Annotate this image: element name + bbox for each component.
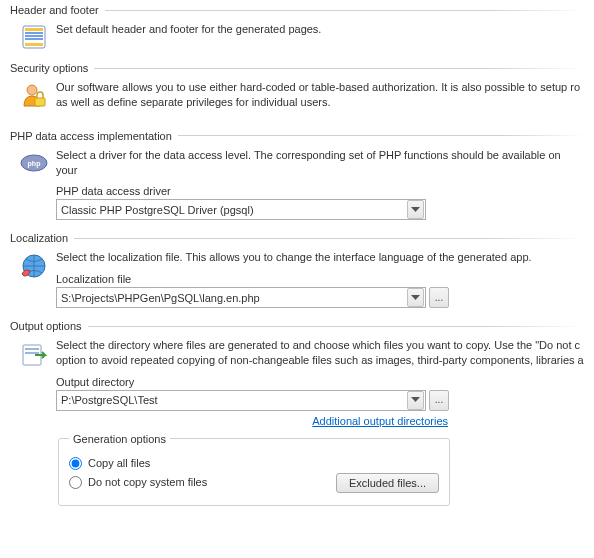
php-desc: Select a driver for the data access leve… <box>56 148 584 178</box>
section-content: Select a driver for the data access leve… <box>50 148 584 221</box>
localization-file-label: Localization file <box>56 273 584 285</box>
section-content: Select the directory where files are gen… <box>50 338 584 506</box>
section-header: Localization <box>10 228 584 246</box>
security-section: Security options Our software allows you… <box>0 58 594 126</box>
output-desc: Select the directory where files are gen… <box>56 338 584 368</box>
section-body: Our software allows you to use either ha… <box>10 76 584 118</box>
output-dir-value: P:\PostgreSQL\Test <box>57 394 407 406</box>
section-rule <box>88 326 584 327</box>
chevron-down-icon[interactable] <box>407 200 424 219</box>
radio-copy-all-label: Copy all files <box>88 457 150 469</box>
localization-file-value: S:\Projects\PHPGen\PgSQL\lang.en.php <box>57 292 407 304</box>
section-rule <box>178 135 584 136</box>
radio-copy-all[interactable]: Copy all files <box>69 457 207 470</box>
php-driver-combo[interactable]: Classic PHP PostgreSQL Driver (pgsql) <box>56 199 426 220</box>
svg-rect-5 <box>25 43 43 46</box>
svg-rect-12 <box>25 348 39 350</box>
section-title: Localization <box>10 232 68 244</box>
radio-no-system-label: Do not copy system files <box>88 476 207 488</box>
additional-dirs-row: Additional output directories <box>56 415 448 427</box>
section-title: Header and footer <box>10 4 99 16</box>
section-title: Security options <box>10 62 88 74</box>
php-driver-label: PHP data access driver <box>56 185 584 197</box>
section-body: Select the directory where files are gen… <box>10 334 584 506</box>
browse-button[interactable]: ... <box>429 287 449 308</box>
section-body: php Select a driver for the data access … <box>10 144 584 221</box>
php-section: PHP data access implementation php Selec… <box>0 126 594 229</box>
generation-options-title: Generation options <box>69 433 170 445</box>
localization-icon <box>18 250 50 280</box>
generation-options-group: Generation options Copy all files Do not… <box>58 433 450 506</box>
svg-rect-7 <box>35 98 45 106</box>
radio-no-system-input[interactable] <box>69 476 82 489</box>
excluded-files-button[interactable]: Excluded files... <box>336 473 439 493</box>
section-rule <box>105 10 584 11</box>
section-rule <box>94 68 584 69</box>
additional-dirs-link[interactable]: Additional output directories <box>312 415 448 427</box>
section-content: Our software allows you to use either ha… <box>50 80 584 118</box>
svg-rect-4 <box>25 38 43 40</box>
generation-radios: Copy all files Do not copy system files <box>69 451 207 495</box>
php-driver-value: Classic PHP PostgreSQL Driver (pgsql) <box>57 204 407 216</box>
section-header: Output options <box>10 316 584 334</box>
output-section: Output options Select the directory wher… <box>0 316 594 514</box>
svg-rect-2 <box>25 32 43 34</box>
section-title: Output options <box>10 320 82 332</box>
security-icon <box>18 80 50 110</box>
localization-section: Localization Select the localization fil… <box>0 228 594 316</box>
output-icon <box>18 338 50 368</box>
section-content: Set default header and footer for the ge… <box>50 22 584 45</box>
security-desc: Our software allows you to use either ha… <box>56 80 584 110</box>
section-body: Select the localization file. This allow… <box>10 246 584 308</box>
header-footer-desc: Set default header and footer for the ge… <box>56 22 584 37</box>
radio-no-system[interactable]: Do not copy system files <box>69 476 207 489</box>
svg-rect-1 <box>25 28 43 31</box>
section-body: Set default header and footer for the ge… <box>10 18 584 50</box>
php-icon: php <box>18 148 50 176</box>
localization-file-combo[interactable]: S:\Projects\PHPGen\PgSQL\lang.en.php <box>56 287 426 308</box>
output-dir-label: Output directory <box>56 376 584 388</box>
section-content: Select the localization file. This allow… <box>50 250 584 308</box>
section-header: Header and footer <box>10 0 584 18</box>
svg-text:php: php <box>28 160 41 168</box>
browse-button[interactable]: ... <box>429 390 449 411</box>
header-footer-section: Header and footer Set default header and… <box>0 0 594 58</box>
chevron-down-icon[interactable] <box>407 288 424 307</box>
svg-rect-13 <box>25 352 39 354</box>
localization-desc: Select the localization file. This allow… <box>56 250 584 265</box>
svg-point-6 <box>27 85 37 95</box>
svg-rect-3 <box>25 35 43 37</box>
radio-copy-all-input[interactable] <box>69 457 82 470</box>
section-header: Security options <box>10 58 584 76</box>
section-header: PHP data access implementation <box>10 126 584 144</box>
section-rule <box>74 238 584 239</box>
section-title: PHP data access implementation <box>10 130 172 142</box>
output-dir-combo[interactable]: P:\PostgreSQL\Test <box>56 390 426 411</box>
chevron-down-icon[interactable] <box>407 391 424 410</box>
header-footer-icon <box>18 22 50 50</box>
